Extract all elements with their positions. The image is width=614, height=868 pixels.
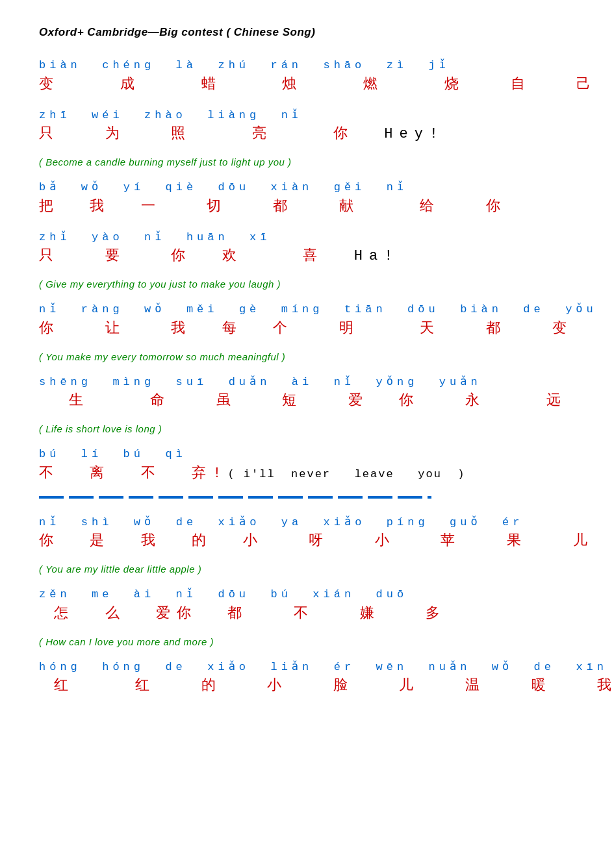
pinyin-line-5: nǐ ràng wǒ měi gè míng tiān dōu biàn de …: [39, 301, 575, 318]
translation-block-2: ( Give my everything to you just to make…: [39, 279, 575, 290]
song-block-8: nǐ shì wǒ de xiǎo ya xiǎo píng guǒ ér 你 …: [39, 514, 575, 552]
translation-6: ( How can I love you more and more ): [39, 636, 575, 647]
dash-9: [278, 496, 303, 499]
chinese-line-2: 只 为 照 亮 你 Hey!: [39, 123, 575, 145]
song-block-10: hóng hóng de xiǎo liǎn ér wēn nuǎn wǒ de…: [39, 659, 575, 697]
chinese-line-5: 你 让 我 每 个 明 天 都 变 得 有 意义 Hey！: [39, 318, 575, 340]
page-container: Oxford+ Cambridge—Big contest ( Chinese …: [39, 26, 575, 697]
translation-2: ( Give my everything to you just to make…: [39, 279, 575, 290]
chinese-line-3: 把 我 一 切 都 献 给 你: [39, 196, 575, 217]
dash-4: [129, 496, 153, 499]
dashed-divider: [39, 496, 575, 499]
translation-block-1: ( Become a candle burning myself just to…: [39, 156, 575, 167]
dash-2: [69, 496, 94, 499]
chinese-line-4: 只 要 你 欢 喜 Ha!: [39, 245, 575, 267]
ha-text: Ha!: [354, 248, 400, 264]
pinyin-line-10: hóng hóng de xiǎo liǎn ér wēn nuǎn wǒ de…: [39, 659, 575, 676]
chinese-line-7: 不 离 不 弃!( i'll never leave you ): [39, 463, 575, 484]
song-block-7: bú lí bú qì 不 离 不 弃!( i'll never leave y…: [39, 446, 575, 484]
pinyin-line-6: shēng mìng suī duǎn ài nǐ yǒng yuǎn: [39, 374, 575, 391]
pinyin-line-9: zěn me ài nǐ dōu bú xián duō: [39, 586, 575, 603]
song-block-4: zhǐ yào nǐ huān xī 只 要 你 欢 喜 Ha!: [39, 229, 575, 267]
dash-7: [218, 496, 243, 499]
dash-10: [308, 496, 333, 499]
translation-5: ( You are my little dear little apple ): [39, 564, 575, 575]
page-title: Oxford+ Cambridge—Big contest ( Chinese …: [39, 26, 575, 39]
dash-11: [338, 496, 363, 499]
song-block-5: nǐ ràng wǒ měi gè míng tiān dōu biàn de …: [39, 301, 575, 340]
song-block-9: zěn me ài nǐ dōu bú xián duō 怎 么 爱你 都 不 …: [39, 586, 575, 625]
chinese-line-8: 你 是 我 的 小 呀 小 苹 果 儿: [39, 530, 575, 552]
dash-6: [188, 496, 213, 499]
translation-1: ( Become a candle burning myself just to…: [39, 156, 575, 167]
pinyin-line-2: zhī wéi zhào liàng nǐ: [39, 107, 575, 124]
dash-3: [99, 496, 123, 499]
never-leave-text: ( i'll never leave you ): [227, 468, 465, 480]
translation-block-3: ( You make my every tomorrow so much mea…: [39, 351, 575, 362]
dash-12: [368, 496, 392, 499]
pinyin-line-4: zhǐ yào nǐ huān xī: [39, 229, 575, 246]
pinyin-line-3: bǎ wǒ yí qiè dōu xiàn gěi nǐ: [39, 179, 575, 196]
translation-block-6: ( How can I love you more and more ): [39, 636, 575, 647]
hey-text-1: Hey!: [384, 126, 444, 142]
song-block-6: shēng mìng suī duǎn ài nǐ yǒng yuǎn 生 命 …: [39, 374, 575, 412]
song-block-1: biàn chéng là zhú rán shāo zì jǐ 变 成 蜡 烛…: [39, 57, 575, 95]
dash-5: [159, 496, 183, 499]
chinese-line-1: 变 成 蜡 烛 燃 烧 自 己: [39, 74, 575, 95]
dash-dot: [428, 496, 431, 499]
chinese-line-10: 红 红 的 小 脸 儿 温 暖 我 的 心 窝: [39, 675, 575, 697]
chinese-line-9: 怎 么 爱你 都 不 嫌 多: [39, 603, 575, 625]
chinese-line-6: 生 命 虽 短 爱 你 永 远: [39, 390, 575, 412]
pinyin-line-8: nǐ shì wǒ de xiǎo ya xiǎo píng guǒ ér: [39, 514, 575, 531]
dash-13: [398, 496, 422, 499]
translation-block-4: ( Life is short love is long ): [39, 423, 575, 434]
translation-3: ( You make my every tomorrow so much mea…: [39, 351, 575, 362]
dash-8: [248, 496, 273, 499]
pinyin-line-7: bú lí bú qì: [39, 446, 575, 463]
dash-1: [39, 496, 64, 499]
translation-4: ( Life is short love is long ): [39, 423, 575, 434]
translation-block-5: ( You are my little dear little apple ): [39, 564, 575, 575]
pinyin-line-1: biàn chéng là zhú rán shāo zì jǐ: [39, 57, 575, 74]
song-block-3: bǎ wǒ yí qiè dōu xiàn gěi nǐ 把 我 一 切 都 献…: [39, 179, 575, 217]
song-block-2: zhī wéi zhào liàng nǐ 只 为 照 亮 你 Hey!: [39, 107, 575, 145]
